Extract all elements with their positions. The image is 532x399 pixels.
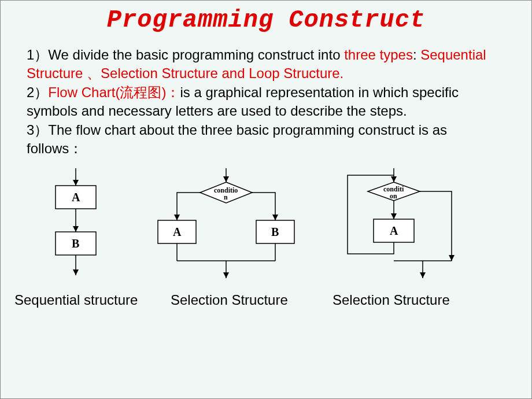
svg-marker-21: [391, 176, 397, 182]
caption-sequential: Sequential structure: [14, 292, 165, 308]
svg-marker-19: [223, 272, 229, 278]
p2-flow: Flow Chart(流程图)：: [48, 84, 180, 100]
p1-three: three types: [344, 47, 413, 62]
svg-marker-14: [272, 215, 278, 220]
sel-box-a: A: [173, 226, 182, 238]
sel-box-b: B: [271, 226, 279, 238]
svg-marker-26: [449, 255, 455, 261]
svg-marker-29: [420, 272, 426, 278]
svg-marker-24: [391, 213, 397, 219]
body-text: 1）We divide the basic programming constr…: [1, 46, 531, 158]
slide-title: Programming Construct: [1, 6, 531, 34]
p1-colon: :: [413, 47, 420, 62]
svg-marker-4: [73, 226, 79, 232]
selection-chart: conditio n A B: [145, 168, 307, 290]
seq-box-b: B: [72, 237, 79, 250]
svg-marker-11: [174, 215, 180, 220]
caption-loop: Selection Structure: [332, 292, 450, 308]
seq-box-a: A: [72, 191, 80, 204]
p3: 3）The flow chart about the three basic p…: [27, 122, 447, 156]
p1-prefix: 1）We divide the basic programming constr…: [27, 47, 344, 62]
svg-marker-9: [223, 176, 229, 182]
sequential-chart: A B: [35, 168, 122, 290]
loop-chart: conditi on A: [330, 168, 481, 290]
svg-marker-7: [73, 269, 79, 275]
caption-selection: Selection Structure: [171, 292, 321, 308]
loop-box-a: A: [390, 224, 398, 237]
flowchart-row: A B conditio n A B: [1, 168, 531, 290]
loop-cond-2: on: [390, 192, 397, 200]
sel-cond-2: n: [224, 193, 228, 201]
p2-label: 2）: [27, 84, 48, 100]
captions-row: Sequential structure Selection Structure…: [1, 290, 531, 308]
svg-marker-1: [73, 180, 79, 186]
